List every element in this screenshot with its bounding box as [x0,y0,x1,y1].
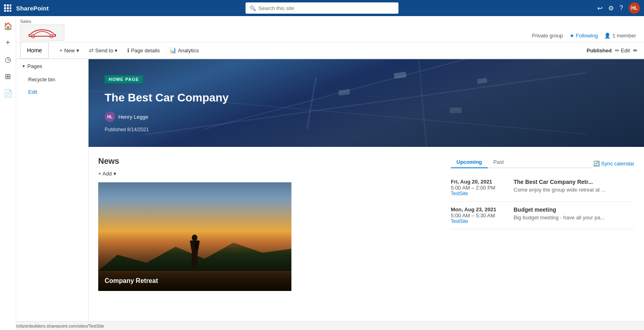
person-icon: 👤 [604,33,611,39]
edit-nav-label: Edit [28,89,37,95]
search-icon: 🔍 [250,5,256,11]
recycle-bin-label: Recycle bin [28,76,55,82]
waffle-icon[interactable] [4,4,11,12]
page-details-label: Page details [131,47,160,54]
main-layout: ▾ Pages Recycle bin Edit [16,59,644,330]
svg-rect-5 [10,7,11,9]
event-title[interactable]: The Best Car Company Retr... [514,179,634,185]
published-label: Published [586,47,611,54]
event-item: Mon, Aug 23, 2021 5:00 AM – 5:30 AM Test… [451,202,634,229]
news-section: News + Add ▾ [89,147,451,291]
settings-icon[interactable]: ⚙ [608,4,614,12]
files-icon[interactable]: 📄 [1,87,15,100]
new-button[interactable]: + New ▾ [55,45,83,55]
sync-label: Sync calendar [601,161,634,167]
edit-link[interactable]: Edit [16,86,88,98]
news-card[interactable]: Company Retreat [98,182,291,291]
events-tabs: Upcoming Past [451,157,593,168]
send-to-button[interactable]: ⇄ Send to ▾ [85,45,122,55]
hero-title: The Best Car Company [105,91,229,104]
recycle-bin-link[interactable]: Recycle bin [16,73,88,86]
event-detail-col: Budget meeting Big budget meeting - have… [514,206,634,224]
author-avatar: HL [105,111,115,122]
send-icon: ⇄ [89,47,94,54]
home-nav-label: Home [27,47,42,54]
toolbar-nav-bar: Home + New ▾ ⇄ Send to ▾ ℹ Page details … [16,42,644,59]
following-button[interactable]: ★ Following [570,33,598,39]
left-nav-pages-section[interactable]: ▾ Pages [16,59,88,73]
topbar: SharePoint 🔍 ↩ ⚙ ? HL [0,0,644,16]
activity-icon[interactable]: ◷ [2,53,14,66]
car-logo-svg [24,27,60,39]
author-name: Henry Legge [118,114,148,120]
event-title[interactable]: Budget meeting [514,206,634,213]
status-bar: https://citizenbuilders.sharepoint.com/s… [0,321,644,330]
left-nav-panel: ▾ Pages Recycle bin Edit [16,59,89,330]
tab-upcoming[interactable]: Upcoming [451,157,488,168]
url-display: https://citizenbuilders.sharepoint.com/s… [4,324,104,328]
svg-rect-4 [7,7,9,9]
svg-rect-8 [10,10,11,12]
info-icon: ℹ [127,47,129,54]
svg-rect-17 [195,241,199,249]
analytics-button[interactable]: 📊 Analytics [165,45,203,55]
star-icon: ★ [570,33,574,39]
search-bar[interactable]: 🔍 [246,2,398,14]
caret-icon: ▾ [23,64,25,69]
svg-rect-6 [4,10,6,12]
event-item: Fri, Aug 20, 2021 5:00 AM – 2:00 PM Test… [451,174,634,202]
toolbar: + New ▾ ⇄ Send to ▾ ℹ Page details 📊 Ana… [55,45,586,55]
svg-rect-1 [7,4,9,6]
avatar[interactable]: HL [629,2,640,14]
news-add-button[interactable]: + Add ▾ [98,171,441,177]
content-area: Sales Private group ★ Following 👤 1 memb… [16,16,644,330]
svg-point-11 [192,235,198,241]
pages-label: Pages [27,63,42,69]
event-description: Big budget meeting - have all your pa... [514,214,634,221]
event-description: Come enjoy the group wide retreat at ... [514,187,634,193]
event-time: 5:00 AM – 5:30 AM [451,212,507,219]
news-events-row: News + Add ▾ [89,147,644,291]
plus-icon: + Add [98,171,112,177]
plus-icon: + [59,47,62,54]
site-info-right: Private group ★ Following 👤 1 member [532,33,644,42]
new-chevron-icon: ▾ [76,47,79,54]
svg-rect-7 [7,10,9,12]
toolbar-right: Published ✏ Edit ✏ [586,47,644,54]
site-logo-image [20,25,64,41]
edit-button[interactable]: ✏ Edit [615,47,630,54]
tab-past[interactable]: Past [488,157,510,168]
event-date: Fri, Aug 20, 2021 [451,179,507,185]
home-nav-item[interactable]: Home [20,42,49,59]
event-site-link[interactable]: TestSite [451,191,507,196]
help-icon[interactable]: ? [619,4,623,12]
edit-label: Edit [621,47,630,54]
back-icon[interactable]: ↩ [597,4,603,12]
svg-rect-2 [10,4,11,6]
add-chevron-icon: ▾ [114,171,116,177]
page-details-button[interactable]: ℹ Page details [123,45,164,55]
hero-author: HL Henry Legge [105,111,148,122]
apps-icon[interactable]: ⊞ [2,70,13,83]
news-card-image [98,182,291,291]
svg-rect-3 [4,7,6,9]
search-input[interactable] [258,5,394,11]
event-time: 5:00 AM – 2:00 PM [451,185,507,191]
site-header-strip: Sales Private group ★ Following 👤 1 memb… [16,16,644,42]
site-logo-panel: Sales [16,18,93,42]
sync-calendar-button[interactable]: 🔄 Sync calendar [593,161,634,170]
home-icon[interactable]: 🏠 [1,19,15,33]
pencil-icon: ✏ [615,47,619,54]
members-link[interactable]: 👤 1 member [604,33,636,39]
edit-more-icon[interactable]: ✏ [633,47,638,54]
hero-section: HOME PAGE The Best Car Company HL Henry … [89,59,644,330]
site-label: Sales [20,19,31,24]
svg-rect-16 [195,254,198,266]
news-card-title: Company Retreat [105,277,158,285]
events-section: Upcoming Past 🔄 Sync calendar Fri, Aug 2… [451,147,644,291]
create-icon[interactable]: + [3,36,12,50]
send-to-label: Send to [95,47,114,54]
svg-rect-15 [192,254,195,266]
following-label: Following [576,33,598,39]
event-site-link[interactable]: TestSite [451,219,507,224]
